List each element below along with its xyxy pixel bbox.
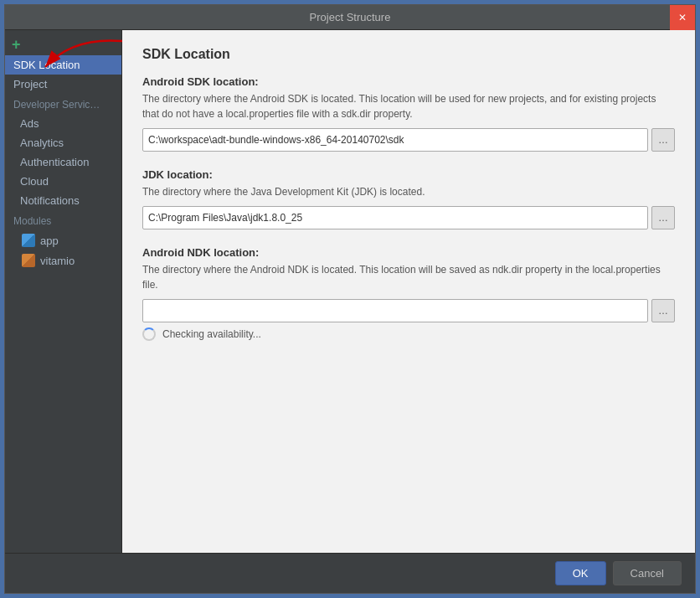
jdk-description: The directory where the Java Development… bbox=[142, 184, 675, 199]
page-title: SDK Location bbox=[142, 47, 675, 62]
jdk-browse-button[interactable]: … bbox=[651, 206, 675, 229]
checking-spinner bbox=[142, 327, 156, 341]
title-bar: Project Structure ✕ bbox=[5, 5, 695, 30]
android-sdk-input[interactable] bbox=[142, 128, 648, 152]
android-sdk-browse-button[interactable]: … bbox=[651, 128, 675, 152]
android-ndk-browse-button[interactable]: … bbox=[651, 299, 675, 322]
sidebar-top: + bbox=[5, 34, 121, 55]
dialog-footer: OK Cancel bbox=[5, 553, 695, 593]
jdk-input-row: … bbox=[142, 206, 675, 229]
dialog-title: Project Structure bbox=[310, 11, 391, 23]
ok-button[interactable]: OK bbox=[555, 561, 606, 585]
android-ndk-label: Android NDK location: bbox=[142, 246, 675, 259]
sidebar-item-project[interactable]: Project bbox=[5, 75, 121, 94]
cancel-button[interactable]: Cancel bbox=[613, 561, 682, 585]
android-ndk-description: The directory where the Android NDK is l… bbox=[142, 262, 675, 292]
android-sdk-field-group: Android SDK location: The directory wher… bbox=[142, 75, 675, 152]
android-ndk-input-row: … bbox=[142, 299, 675, 322]
sidebar-item-app[interactable]: app bbox=[5, 230, 121, 250]
jdk-field-group: JDK location: The directory where the Ja… bbox=[142, 168, 675, 229]
android-sdk-label: Android SDK location: bbox=[142, 75, 675, 88]
app-module-icon bbox=[22, 234, 35, 247]
checking-text: Checking availability... bbox=[162, 328, 261, 340]
add-module-button[interactable]: + bbox=[12, 37, 21, 52]
sidebar-item-notifications[interactable]: Notifications bbox=[5, 191, 121, 210]
jdk-label: JDK location: bbox=[142, 168, 675, 181]
sidebar-item-vitamio[interactable]: vitamio bbox=[5, 250, 121, 271]
sidebar: + SDK Location Project Developer Servic…… bbox=[5, 30, 122, 553]
android-sdk-description: The directory where the Android SDK is l… bbox=[142, 91, 675, 121]
android-sdk-input-row: … bbox=[142, 128, 675, 152]
sidebar-group-modules: Modules bbox=[5, 210, 121, 230]
sidebar-group-developer-services: Developer Servic… bbox=[5, 94, 121, 114]
sidebar-item-analytics[interactable]: Analytics bbox=[5, 133, 121, 152]
sidebar-item-sdk-location[interactable]: SDK Location bbox=[5, 55, 121, 75]
sidebar-item-authentication[interactable]: Authentication bbox=[5, 152, 121, 172]
jdk-input[interactable] bbox=[142, 206, 648, 229]
project-structure-dialog: Project Structure ✕ + SDK Location Proje… bbox=[4, 4, 696, 594]
main-content: SDK Location Android SDK location: The d… bbox=[122, 30, 695, 553]
close-button[interactable]: ✕ bbox=[670, 5, 695, 30]
dialog-body: + SDK Location Project Developer Servic…… bbox=[5, 30, 695, 553]
android-ndk-field-group: Android NDK location: The directory wher… bbox=[142, 246, 675, 341]
android-ndk-input[interactable] bbox=[142, 299, 648, 322]
sidebar-item-ads[interactable]: Ads bbox=[5, 114, 121, 133]
checking-availability-row: Checking availability... bbox=[142, 327, 675, 341]
vitamio-module-icon bbox=[22, 254, 35, 267]
sidebar-item-cloud[interactable]: Cloud bbox=[5, 172, 121, 191]
